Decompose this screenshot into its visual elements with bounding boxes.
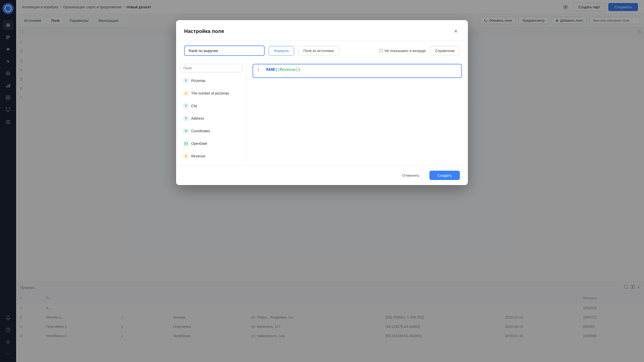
field-search-input[interactable] [180,64,242,72]
field-name-input[interactable] [184,46,265,56]
field-label-city: City [191,104,197,108]
field-item-coordinates[interactable]: Coordinates [180,126,242,136]
field-type-icon-string-address: T [183,116,189,121]
field-label-opendate: OpenDate [191,142,207,146]
field-item-city[interactable]: T City [180,101,242,111]
source-field-button[interactable]: Поле из источника [298,46,339,56]
cancel-button[interactable]: Отменить [396,171,425,180]
svg-point-22 [185,130,187,131]
formula-keyword: RANK [266,67,275,72]
modal-close-button[interactable]: × [452,27,460,35]
field-type-icon-geo [183,128,189,134]
hide-in-wizard-checkbox[interactable] [379,49,383,52]
formula-button[interactable]: Формула [269,46,294,56]
field-item-pizzerias[interactable]: T Pizzerias [180,75,242,86]
field-label-pizzerias: Pizzerias [191,79,206,83]
field-type-icon-number-revenue: # [183,153,189,159]
hide-in-wizard-label: Не показывать в визарде [385,49,426,53]
modal-body: T Pizzerias # The number of pizzerias T … [176,56,468,165]
field-label-number-of-pizzerias: The number of pizzerias [191,91,229,95]
svg-rect-23 [185,143,187,145]
modal-header: Настройка поля × [176,20,468,40]
formula-close-paren: ) [298,67,300,72]
field-settings-modal: Настройка поля × Формула Поле из источни… [176,20,468,185]
create-button[interactable]: Создать [429,171,460,180]
field-item-number-of-pizzerias[interactable]: # The number of pizzerias [180,88,242,99]
close-icon: × [454,28,458,34]
field-type-icon-date [183,141,189,146]
field-label-coordinates: Coordinates [191,129,210,133]
field-item-address[interactable]: T Address [180,113,242,124]
field-type-icon-string: T [183,78,189,83]
formula-line-number: 1 [257,67,262,72]
field-item-opendate[interactable]: OpenDate [180,138,242,149]
modal-overlay: Настройка поля × Формула Поле из источни… [0,0,644,362]
modal-title: Настройка поля [184,28,224,34]
hide-in-wizard-checkbox-label[interactable]: Не показывать в визарде [379,49,426,53]
formula-editor[interactable]: 1 RANK([Revenue]) [253,64,462,78]
field-item-revenue[interactable]: # Revenue [180,151,242,161]
field-name-row: Формула Поле из источника Не показывать … [176,40,468,56]
field-type-icon-string-city: T [183,103,189,109]
field-label-revenue: Revenue [191,154,205,158]
field-type-icon-number: # [183,90,189,96]
fields-panel: T Pizzerias # The number of pizzerias T … [176,60,247,165]
modal-footer: Отменить Создать [176,165,468,185]
formula-open-paren: ( [275,67,277,72]
reference-button[interactable]: Справочник [430,46,460,56]
formula-field-ref: [Revenue] [277,67,298,72]
formula-content: RANK([Revenue]) [266,67,300,72]
formula-panel: 1 RANK([Revenue]) [247,60,468,165]
field-label-address: Address [191,116,204,120]
